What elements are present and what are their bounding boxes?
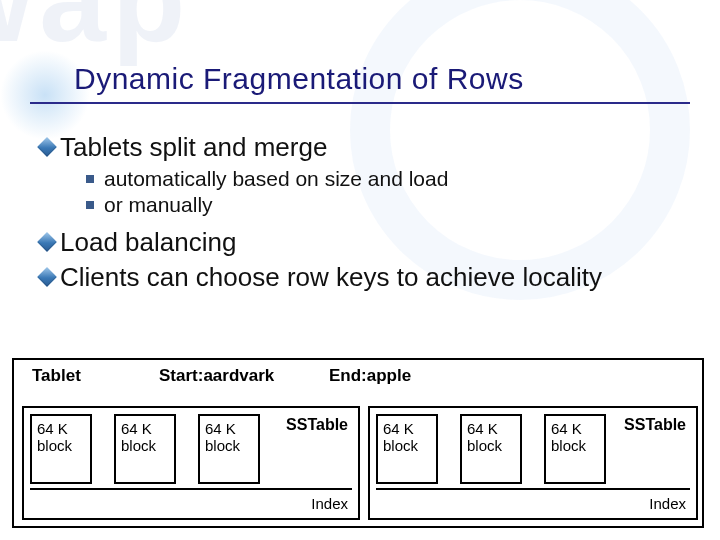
- block-box: 64 Kblock: [544, 414, 606, 484]
- diamond-bullet-icon: [37, 267, 57, 287]
- bullet-text: Clients can choose row keys to achieve l…: [60, 262, 602, 293]
- bullet-item: Load balancing: [40, 227, 690, 258]
- tablet-box: Tablet Start:aardvark End:apple SSTable …: [12, 358, 704, 528]
- block-box: 64 Kblock: [198, 414, 260, 484]
- index-divider: [30, 488, 352, 490]
- bullet-item: Tablets split and merge: [40, 132, 690, 163]
- sub-bullet-text: or manually: [104, 193, 213, 217]
- square-bullet-icon: [86, 201, 94, 209]
- bullet-item: Clients can choose row keys to achieve l…: [40, 262, 690, 293]
- sstable-label: SSTable: [286, 416, 348, 434]
- tablet-label: Tablet: [32, 366, 81, 386]
- index-label: Index: [649, 495, 686, 512]
- sstable-box: SSTable 64 Kblock 64 Kblock 64 Kblock In…: [22, 406, 360, 520]
- block-box: 64 Kblock: [376, 414, 438, 484]
- tablet-end-label: End:apple: [329, 366, 411, 386]
- bullet-text: Tablets split and merge: [60, 132, 327, 163]
- block-box: 64 Kblock: [114, 414, 176, 484]
- sstable-box: SSTable 64 Kblock 64 Kblock 64 Kblock In…: [368, 406, 698, 520]
- diamond-bullet-icon: [37, 232, 57, 252]
- diamond-bullet-icon: [37, 137, 57, 157]
- sub-bullet-text: automatically based on size and load: [104, 167, 448, 191]
- slide-body: Tablets split and merge automatically ba…: [40, 128, 690, 295]
- background-watermark-text: wap: [0, 0, 191, 68]
- index-label: Index: [311, 495, 348, 512]
- sstable-label: SSTable: [624, 416, 686, 434]
- block-box: 64 Kblock: [460, 414, 522, 484]
- sub-bullet-list: automatically based on size and load or …: [86, 167, 690, 217]
- sub-bullet-item: automatically based on size and load: [86, 167, 690, 191]
- block-box: 64 Kblock: [30, 414, 92, 484]
- sub-bullet-item: or manually: [86, 193, 690, 217]
- tablet-diagram: Tablet Start:aardvark End:apple SSTable …: [12, 358, 708, 528]
- slide-title: Dynamic Fragmentation of Rows: [74, 62, 524, 95]
- tablet-start-label: Start:aardvark: [159, 366, 274, 386]
- index-divider: [376, 488, 690, 490]
- bullet-text: Load balancing: [60, 227, 236, 258]
- square-bullet-icon: [86, 175, 94, 183]
- title-underline: [30, 102, 690, 104]
